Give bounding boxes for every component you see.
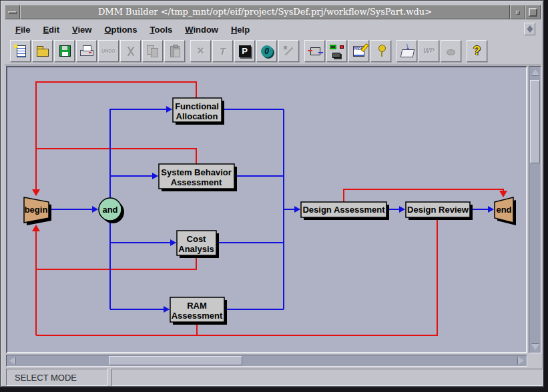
wp-icon: WP (423, 47, 434, 55)
menu-options[interactable]: Options (104, 25, 137, 35)
menubar-spinner[interactable] (524, 23, 535, 35)
vertical-scrollbar[interactable] (529, 66, 541, 353)
window-stack-button[interactable] (326, 40, 347, 62)
connector-tool-button (278, 40, 299, 62)
minimize-button[interactable] (510, 5, 525, 19)
spinner-down-icon (527, 29, 533, 33)
scroll-up-icon[interactable] (531, 69, 539, 75)
window-stack-icon (329, 43, 345, 59)
new-document-icon (13, 43, 29, 59)
svg-text:begin: begin (25, 205, 48, 215)
pushpin-button[interactable] (370, 40, 391, 62)
clipboard-icon (167, 43, 183, 59)
copy-icon (145, 43, 161, 59)
svg-text:Design Assessment: Design Assessment (302, 205, 385, 215)
cut-button (120, 40, 141, 62)
maximize-button[interactable] (525, 5, 541, 19)
status-message-panel (111, 369, 543, 386)
menu-tools[interactable]: Tools (150, 25, 173, 35)
mouse-tool-button (441, 40, 461, 62)
node-system-behavior-assessment[interactable]: System Behavior Assessment (159, 164, 237, 191)
menubar: File Edit View Options Tools Window Help (5, 21, 541, 38)
svg-text:Assessment: Assessment (171, 177, 222, 187)
scroll-down-icon[interactable] (531, 344, 539, 350)
svg-text:RAM: RAM (187, 301, 207, 311)
workflow-diagram: begin and Functional Allocation System B… (7, 67, 526, 352)
svg-text:System Behavior: System Behavior (161, 167, 232, 177)
workflow-canvas[interactable]: begin and Functional Allocation System B… (6, 66, 527, 353)
new-document-button[interactable] (10, 40, 31, 62)
svg-text:Cost: Cost (187, 234, 207, 244)
horizontal-scrollbar[interactable] (6, 355, 527, 367)
feedback-from-design-review[interactable] (36, 217, 437, 335)
svg-text:Analysis: Analysis (178, 244, 214, 254)
svg-text:and: and (102, 205, 117, 215)
titlebar: DMM Builder </tmp_mnt/opt/eif/project/Sy… (5, 5, 541, 19)
scroll-right-icon[interactable] (518, 357, 524, 365)
mouse-icon (443, 43, 459, 59)
node-functional-allocation[interactable]: Functional Allocation (173, 98, 224, 125)
svg-text:end: end (496, 205, 511, 215)
menu-view[interactable]: View (72, 25, 91, 35)
printer-icon (79, 43, 95, 59)
node-and-junction[interactable]: and (99, 198, 124, 223)
svg-text:Allocation: Allocation (176, 111, 218, 121)
window-title: DMM Builder </tmp_mnt/opt/eif/project/Sy… (20, 5, 510, 19)
vertical-scrollbar-thumb[interactable] (530, 80, 540, 163)
scroll-left-icon[interactable] (9, 357, 15, 365)
delete-button: × (190, 40, 211, 62)
copy-button (142, 40, 163, 62)
help-question-icon: ? (473, 44, 481, 58)
feedback-from-cost-analysis[interactable] (36, 255, 196, 269)
svg-text:Design Review: Design Review (407, 205, 469, 215)
svg-text:Assessment: Assessment (172, 311, 223, 321)
process-tool-button[interactable]: P (234, 40, 255, 62)
status-mode-panel: SELECT MODE (6, 369, 107, 386)
node-design-review[interactable]: Design Review (406, 202, 473, 220)
zero-tool-button[interactable]: 0 (256, 40, 277, 62)
node-ram-assessment[interactable]: RAM Assessment (170, 297, 227, 325)
workflow-machine-button[interactable] (304, 40, 325, 62)
status-mode-text: SELECT MODE (15, 373, 77, 383)
minimize-icon (516, 11, 520, 15)
window-menu-button[interactable] (5, 5, 20, 19)
node-end[interactable]: end (495, 197, 516, 225)
svg-text:Functional: Functional (175, 101, 219, 111)
node-design-assessment[interactable]: Design Assessment (301, 202, 389, 220)
window-menu-icon (8, 11, 17, 14)
feedback-design-assessment-to-end[interactable] (344, 189, 503, 202)
node-begin[interactable]: begin (24, 197, 51, 225)
text-label-button: T (212, 40, 233, 62)
maximize-icon (529, 8, 537, 17)
help-button[interactable]: ? (467, 40, 487, 62)
machine-icon (307, 43, 323, 59)
node-cost-analysis[interactable]: Cost Analysis (177, 231, 219, 258)
save-file-button[interactable] (54, 40, 75, 62)
import-drop-button[interactable]: ↓ (396, 40, 417, 62)
app-window: DMM Builder </tmp_mnt/opt/eif/project/Sy… (0, 0, 544, 387)
open-folder-icon (35, 43, 51, 59)
scissors-icon (123, 43, 139, 59)
scrollbar-corner (529, 355, 541, 367)
prdb-pencil-icon: PRDB (351, 43, 367, 59)
toolbar: UNDO × T P 0 PRDB ↓ WP ? (5, 38, 541, 65)
menu-help[interactable]: Help (231, 25, 250, 35)
open-file-button[interactable] (32, 40, 53, 62)
text-tool-icon: T (220, 45, 226, 57)
print-button[interactable] (76, 40, 97, 62)
undo-icon: UNDO (101, 49, 115, 53)
delete-x-icon: × (197, 44, 204, 58)
import-arrow-icon: ↓ (399, 43, 415, 59)
paste-button (164, 40, 185, 62)
horizontal-scrollbar-thumb[interactable] (109, 356, 242, 365)
word-processor-button: WP (419, 40, 439, 62)
menu-window[interactable]: Window (185, 25, 218, 35)
prdb-editor-button[interactable]: PRDB (348, 40, 369, 62)
menu-file[interactable]: File (15, 25, 30, 35)
zero-circle-icon: 0 (259, 43, 275, 59)
pushpin-icon (373, 43, 389, 59)
menu-edit[interactable]: Edit (43, 25, 59, 35)
feedback-to-system-behavior[interactable] (36, 149, 196, 164)
p-block-icon: P (237, 43, 253, 59)
connector-icon (281, 43, 297, 59)
